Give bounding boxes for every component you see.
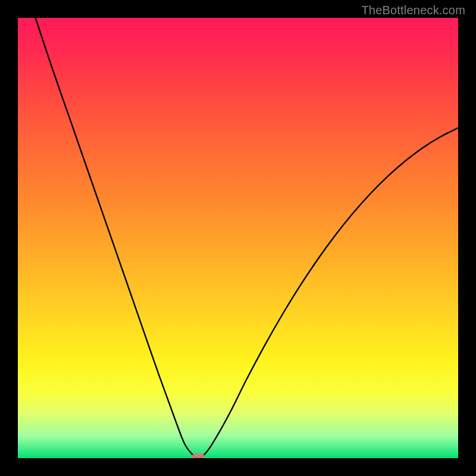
curve-svg [18,18,458,458]
watermark-label: TheBottleneck.com [361,4,465,17]
plot-area [18,18,458,458]
bottleneck-curve [36,18,458,458]
optimal-point-marker [192,453,205,458]
